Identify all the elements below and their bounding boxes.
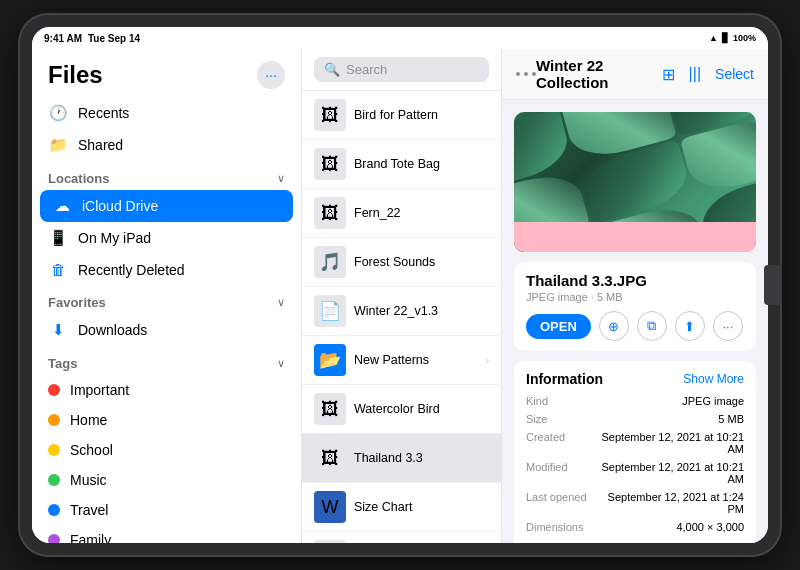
tag-label: Music bbox=[70, 472, 107, 488]
file-name: New Patterns bbox=[354, 353, 478, 367]
search-placeholder: Search bbox=[346, 62, 387, 77]
file-thumb: 📄 bbox=[314, 295, 346, 327]
info-section-header: Information Show More bbox=[526, 371, 744, 387]
tag-label: Travel bbox=[70, 502, 108, 518]
file-list-item[interactable]: 🎵 Forest Sounds bbox=[302, 238, 501, 287]
sidebar-item-tag-school[interactable]: School bbox=[32, 435, 301, 465]
grid-view-icon[interactable]: ⊞ bbox=[662, 65, 675, 84]
info-row: Created September 12, 2021 at 10:21 AM bbox=[526, 431, 744, 455]
home-button[interactable] bbox=[764, 265, 782, 305]
export-icon[interactable]: ⬆ bbox=[675, 311, 705, 341]
info-value: September 12, 2021 at 10:21 AM bbox=[596, 461, 744, 485]
file-list-item[interactable]: 📂 New Patterns › bbox=[302, 336, 501, 385]
shared-label: Shared bbox=[78, 137, 123, 153]
info-row: Dimensions 4,000 × 3,000 bbox=[526, 521, 744, 533]
middle-search-header: 🔍 Search bbox=[302, 49, 501, 91]
sidebar-menu-button[interactable]: ··· bbox=[257, 61, 285, 89]
detail-header-dots bbox=[516, 72, 536, 76]
file-name: Size Chart bbox=[354, 500, 489, 514]
open-button[interactable]: OPEN bbox=[526, 314, 591, 339]
sidebar-item-icloud[interactable]: ☁ iCloud Drive bbox=[40, 190, 293, 222]
column-view-icon[interactable]: ||| bbox=[689, 65, 701, 83]
sidebar-item-tag-important[interactable]: Important bbox=[32, 375, 301, 405]
file-name: Watercolor Bird bbox=[354, 402, 489, 416]
tags-label: Tags bbox=[48, 356, 77, 371]
info-value: JPEG image bbox=[682, 395, 744, 407]
file-list-item[interactable]: 🖼 Bird for Pattern bbox=[302, 91, 501, 140]
tag-label: Home bbox=[70, 412, 107, 428]
locations-label: Locations bbox=[48, 171, 109, 186]
file-thumb: W bbox=[314, 491, 346, 523]
sidebar-item-tag-music[interactable]: Music bbox=[32, 465, 301, 495]
middle-panel: 🔍 Search 🖼 Bird for Pattern 🖼 Brand Tote… bbox=[302, 49, 502, 543]
sidebar-item-shared[interactable]: 📁 Shared bbox=[32, 129, 301, 161]
file-list-item[interactable]: 🖼 Watercolor Bird bbox=[302, 385, 501, 434]
tag-dot bbox=[48, 414, 60, 426]
file-name-title: Thailand 3.3.JPG bbox=[526, 272, 744, 289]
tag-label: School bbox=[70, 442, 113, 458]
file-thumb: 🎵 bbox=[314, 246, 346, 278]
sidebar-item-downloads[interactable]: ⬇ Downloads bbox=[32, 314, 301, 346]
show-more-button[interactable]: Show More bbox=[683, 372, 744, 386]
more-icon[interactable]: ··· bbox=[713, 311, 743, 341]
info-key: Size bbox=[526, 413, 596, 425]
sidebar-item-tag-home[interactable]: Home bbox=[32, 405, 301, 435]
info-key: Dimensions bbox=[526, 521, 596, 533]
file-thumb: 🖼 bbox=[314, 99, 346, 131]
tag-dot bbox=[48, 444, 60, 456]
file-thumb: 🖼 bbox=[314, 393, 346, 425]
copy-icon[interactable]: ⧉ bbox=[637, 311, 667, 341]
tags-chevron: ∨ bbox=[277, 357, 285, 370]
tag-label: Important bbox=[70, 382, 129, 398]
ipad-device: 9:41 AM Tue Sep 14 ▲ ▊ 100% Files ··· 🕐 bbox=[20, 15, 780, 555]
file-name: Bird for Pattern bbox=[354, 108, 489, 122]
file-list-item[interactable]: 🖼 Fern_22 bbox=[302, 189, 501, 238]
sidebar-item-tag-travel[interactable]: Travel bbox=[32, 495, 301, 525]
downloads-label: Downloads bbox=[78, 322, 147, 338]
info-value: September 12, 2021 at 10:21 AM bbox=[596, 431, 744, 455]
recents-label: Recents bbox=[78, 105, 129, 121]
recents-icon: 🕐 bbox=[48, 104, 68, 122]
date: Tue Sep 14 bbox=[88, 33, 140, 44]
favorites-section-header: Favorites ∨ bbox=[32, 285, 301, 314]
select-button[interactable]: Select bbox=[715, 66, 754, 82]
trash-icon: 🗑 bbox=[48, 261, 68, 278]
file-subtitle: JPEG image · 5 MB bbox=[526, 291, 744, 303]
file-list-item[interactable]: 🖼 Brand Tote Bag bbox=[302, 140, 501, 189]
file-list-item[interactable]: 🖼 Pattern Reference bbox=[302, 532, 501, 543]
info-row: Kind JPEG image bbox=[526, 395, 744, 407]
battery-percent: 100% bbox=[733, 33, 756, 43]
wifi-icon: ▲ bbox=[709, 33, 718, 43]
search-icon: 🔍 bbox=[324, 62, 340, 77]
sidebar-item-tag-family[interactable]: Family bbox=[32, 525, 301, 543]
search-bar[interactable]: 🔍 Search bbox=[314, 57, 489, 82]
sidebar-item-ipad[interactable]: 📱 On My iPad bbox=[32, 222, 301, 254]
file-list-item[interactable]: 🖼 Thailand 3.3 bbox=[302, 434, 501, 483]
file-name: Brand Tote Bag bbox=[354, 157, 489, 171]
info-rows: Kind JPEG image Size 5 MB Created Septem… bbox=[526, 395, 744, 533]
action-buttons: OPEN ⊕ ⧉ ⬆ ··· bbox=[526, 311, 744, 341]
file-info-card: Thailand 3.3.JPG JPEG image · 5 MB OPEN … bbox=[514, 262, 756, 351]
sidebar-item-recents[interactable]: 🕐 Recents bbox=[32, 97, 301, 129]
info-value: 5 MB bbox=[718, 413, 744, 425]
file-name: Winter 22_v1.3 bbox=[354, 304, 489, 318]
main-area: Files ··· 🕐 Recents 📁 Shared Locations ∨ bbox=[32, 49, 768, 543]
file-thumb: 🖼 bbox=[314, 197, 346, 229]
file-list-item[interactable]: W Size Chart bbox=[302, 483, 501, 532]
sidebar-item-deleted[interactable]: 🗑 Recently Deleted bbox=[32, 254, 301, 285]
tag-label: Family bbox=[70, 532, 111, 543]
ipad-icon: 📱 bbox=[48, 229, 68, 247]
info-value: September 12, 2021 at 1:24 PM bbox=[596, 491, 744, 515]
info-value: 4,000 × 3,000 bbox=[676, 521, 744, 533]
favorites-label: Favorites bbox=[48, 295, 106, 310]
file-chevron-icon: › bbox=[486, 355, 489, 366]
tag-dot bbox=[48, 504, 60, 516]
share-icon[interactable]: ⊕ bbox=[599, 311, 629, 341]
file-list: 🖼 Bird for Pattern 🖼 Brand Tote Bag 🖼 Fe… bbox=[302, 91, 501, 543]
recently-deleted-label: Recently Deleted bbox=[78, 262, 185, 278]
detail-panel: Winter 22 Collection ⊞ ||| Select bbox=[502, 49, 768, 543]
locations-chevron: ∨ bbox=[277, 172, 285, 185]
file-thumb: 🖼 bbox=[314, 148, 346, 180]
favorites-chevron: ∨ bbox=[277, 296, 285, 309]
file-list-item[interactable]: 📄 Winter 22_v1.3 bbox=[302, 287, 501, 336]
